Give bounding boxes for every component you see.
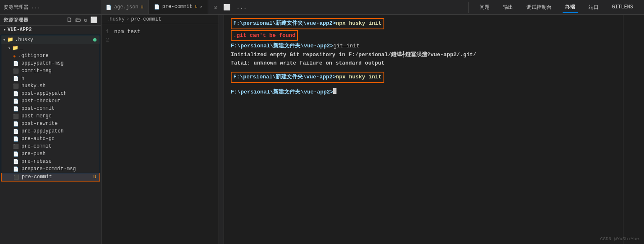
file-prepare-commit-msg[interactable]: 📄 prepare-commit-msg [1,165,100,173]
file-commit-msg[interactable]: ⬛ commit-msg [1,67,100,75]
cmd-2: git init [333,42,359,50]
menu-item-output[interactable]: 输出 [501,2,516,13]
file-applypatch-msg[interactable]: 📄 applypatch-msg [1,60,100,67]
line-number-1: 1 [105,28,109,36]
terminal-icon: ⎋ [214,4,217,11]
file-post-rewrite[interactable]: 📄 post-rewrite [1,120,100,127]
file-pre-auto-gc[interactable]: 📄 pre-auto-gc [1,135,100,143]
tab-close-button[interactable]: ✕ [200,4,203,9]
file-icon-pre-push: 📄 [13,151,19,157]
terminal-area: F:\persional\新建文件夹\vue-app2> npx husky i… [224,15,644,244]
tab-modified-age-json: U [141,5,143,10]
breadcrumb-folder: .husky [107,16,125,22]
refresh-icon[interactable]: ↻ [84,16,88,23]
husky-folder-header[interactable]: ▾ 📁 .husky [1,35,100,44]
sidebar-header-actions: 🗋 🗁 ↻ ⬜ [66,16,98,23]
new-file-icon[interactable]: 🗋 [66,17,73,23]
file-label-husky-sh: husky.sh [21,83,46,89]
menu-item-gitlens[interactable]: GITLENS [610,3,636,12]
file-label-pre-commit: pre-commit [21,143,52,149]
file-icon-post-checkout: 📄 [13,99,19,104]
prompt-1: F:\persional\新建文件夹\vue-app2> [233,19,336,28]
menu-item-issues[interactable]: 问题 [477,2,492,13]
file-h[interactable]: 📄 h [1,75,100,82]
file-label-pre-applypatch: pre-applypatch [21,128,64,134]
file-icon-pre-applypatch: 📄 [13,129,19,134]
tab-label-age-json: age.json [114,4,138,10]
terminal-content[interactable]: F:\persional\新建文件夹\vue-app2> npx husky i… [224,15,644,244]
menu-item-debug[interactable]: 调试控制台 [524,2,554,13]
file-post-commit[interactable]: 📄 post-commit [1,105,100,112]
file-post-checkout[interactable]: 📄 post-checkout [1,97,100,105]
file-icon-prepare-commit-msg: 📄 [13,166,19,172]
file-icon-gitignore: ◈ [13,53,16,59]
terminal-output-fatal: fatal: unknown write failure on standard… [231,59,637,67]
editor-area: .husky > pre-commit 1 2 npm test [102,15,219,244]
project-name: VUE-APP2 [8,27,32,33]
breadcrumb-file: pre-commit [131,16,161,22]
terminal-line-cmd2: F:\persional\新建文件夹\vue-app2> git init [231,42,637,50]
file-post-merge[interactable]: ⬛ post-merge [1,112,100,120]
file-pre-commit-active[interactable]: ⬛ pre-commit U [1,173,100,181]
file-label-h: h [21,75,24,81]
file-label-applypatch-msg: applypatch-msg [21,60,64,66]
sidebar-scroll: ▾ VUE-APP2 ▾ 📁 .husky ▾ 📁 _ [0,26,101,244]
menu-bar: 问题 输出 调试控制台 终端 端口 GITLENS [468,2,644,13]
terminal-line-cmd1: F:\persional\新建文件夹\vue-app2> npx husky i… [233,19,382,28]
code-line-2 [114,36,140,44]
file-pre-applypatch[interactable]: 📄 pre-applypatch [1,127,100,135]
tabs-area: 📄 age.json U 📄 pre-commit U ✕ ⎋ ⬜ ... [101,0,468,14]
file-pre-commit[interactable]: ⬛ pre-commit [1,143,100,150]
husky-folder-section: ▾ 📁 .husky ▾ 📁 _ ◈ .gitignore 📄 [1,35,100,182]
terminal-cursor [333,88,336,94]
main-content: 资源管理器 🗋 🗁 ↻ ⬜ ▾ VUE-APP2 ▾ 📁 .husky [0,15,644,244]
file-icon-pre-rebase: 📄 [13,159,19,164]
terminal-spacer-2 [231,84,637,88]
file-icon-h: 📄 [13,76,19,81]
file-badge-u: U [93,174,96,179]
file-gitignore[interactable]: ◈ .gitignore [1,52,100,60]
highlight-box-3: F:\persional\新建文件夹\vue-app2> npx husky i… [231,72,384,83]
cmd-1: npx husky init [336,19,381,28]
prompt-final: F:\persional\新建文件夹\vue-app2> [231,88,333,96]
menu-item-terminal[interactable]: 终端 [563,2,578,13]
collapse-icon[interactable]: ⬜ [90,16,98,23]
file-label-commit-msg: commit-msg [21,68,52,74]
file-icon-pre-commit: 📄 [154,4,160,10]
file-pre-rebase[interactable]: 📄 pre-rebase [1,158,100,165]
file-pre-push[interactable]: 📄 pre-push [1,150,100,158]
terminal-line-cmd3: F:\persional\新建文件夹\vue-app2> npx husky i… [233,73,382,81]
file-icon-post-merge: ⬛ [13,114,19,119]
terminal-line-prompt-final: F:\persional\新建文件夹\vue-app2> [231,88,637,96]
file-icon-age-json: 📄 [106,5,112,10]
title-bar: 资源管理器 ... 📄 age.json U 📄 pre-commit U ✕ … [0,0,644,15]
explorer-label: 资源管理器 [3,4,29,11]
new-folder-icon[interactable]: 🗁 [75,17,81,23]
sidebar-project-item[interactable]: ▾ VUE-APP2 [0,26,101,34]
file-label-gitignore: .gitignore [18,53,49,59]
title-bar-left: 资源管理器 ... [0,4,101,11]
menu-item-port[interactable]: 端口 [586,2,601,13]
tab-label-pre-commit: pre-commit [162,4,193,10]
file-husky-sh[interactable]: ⬛ husky.sh [1,82,100,90]
file-icon-post-commit: 📄 [13,106,19,112]
highlight-box-2: .git can't be found [231,30,298,41]
file-label-post-merge: post-merge [21,113,52,119]
sub-folder-header[interactable]: ▾ 📁 _ [1,44,100,52]
tab-pre-commit[interactable]: 📄 pre-commit U ✕ [149,0,208,14]
sidebar-header: 资源管理器 🗋 🗁 ↻ ⬜ [0,15,101,26]
error-output-1: .git can't be found [233,32,295,39]
sidebar: 资源管理器 🗋 🗁 ↻ ⬜ ▾ VUE-APP2 ▾ 📁 .husky [0,15,102,244]
file-label-pre-commit-active: pre-commit [22,174,52,180]
title-dots: ... [31,4,40,10]
terminal-spacer-1 [231,67,637,72]
highlight-box-1: F:\persional\新建文件夹\vue-app2> npx husky i… [231,18,384,29]
line-number-2: 2 [105,36,109,44]
minimap [623,15,644,244]
file-post-applypatch[interactable]: 📄 post-applypatch [1,90,100,97]
tab-age-json[interactable]: 📄 age.json U [101,0,149,14]
breadcrumb-sep: > [126,16,129,22]
husky-folder-label: .husky [15,37,33,43]
file-label-post-applypatch: post-applypatch [21,91,67,96]
editor-code[interactable]: npm test [114,28,140,241]
